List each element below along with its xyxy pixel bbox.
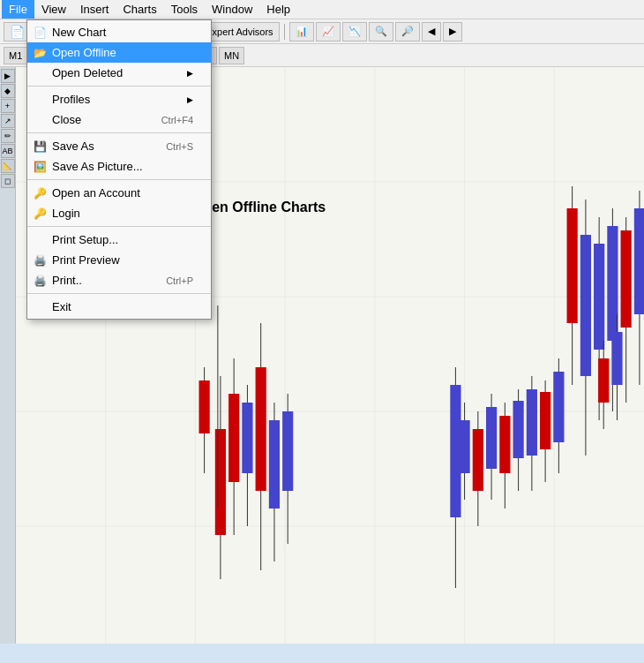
svg-rect-57 xyxy=(598,358,609,403)
menu-item-open-account[interactable]: 🔑 Open an Account xyxy=(27,183,211,203)
toolbar-nav-fwd[interactable]: ▶ xyxy=(443,22,462,41)
separator-b xyxy=(27,132,211,133)
open-account-icon: 🔑 xyxy=(33,186,47,200)
menu-item-print-setup[interactable]: Print Setup... xyxy=(27,230,211,250)
svg-rect-43 xyxy=(450,385,461,517)
toolbar-zoom-out[interactable]: 🔎 xyxy=(395,22,420,41)
svg-rect-20 xyxy=(269,420,280,509)
menu-file[interactable]: File xyxy=(2,0,34,19)
profiles-arrow: ▶ xyxy=(187,95,193,104)
toolbar-chart-1[interactable]: 📊 xyxy=(289,22,314,41)
svg-rect-33 xyxy=(499,416,510,473)
menu-insert[interactable]: Insert xyxy=(73,0,116,19)
close-shortcut: Ctrl+F4 xyxy=(161,115,193,125)
toolbar-chart-2[interactable]: 📈 xyxy=(316,22,341,41)
menu-item-new-chart[interactable]: 📄 New Chart xyxy=(27,22,211,42)
left-btn-1[interactable]: ▶ xyxy=(1,69,15,83)
print-preview-label: Print Preview xyxy=(52,253,120,267)
separator-a xyxy=(27,86,211,87)
print-shortcut: Ctrl+P xyxy=(166,275,193,286)
menu-tools[interactable]: Tools xyxy=(164,0,205,19)
new-chart-icon: 📄 xyxy=(10,25,25,39)
svg-rect-53 xyxy=(634,208,644,314)
tf-m1[interactable]: M1 xyxy=(4,47,27,64)
open-offline-icon: 📂 xyxy=(33,46,47,60)
open-deleted-label: Open Deleted xyxy=(52,66,123,79)
separator-3 xyxy=(284,24,285,40)
left-btn-4[interactable]: ↗ xyxy=(1,114,15,128)
save-as-picture-label: Save As Picture... xyxy=(52,160,143,173)
svg-rect-14 xyxy=(228,394,239,482)
new-chart-dd-icon: 📄 xyxy=(33,26,47,40)
left-btn-6[interactable]: AB xyxy=(1,144,15,158)
svg-rect-49 xyxy=(607,226,618,341)
svg-rect-59 xyxy=(611,332,622,385)
left-btn-3[interactable]: + xyxy=(1,99,15,113)
separator-d xyxy=(27,226,211,227)
svg-rect-16 xyxy=(242,403,252,473)
menu-item-save-as[interactable]: 💾 Save As Ctrl+S xyxy=(27,136,211,156)
save-as-label: Save As xyxy=(52,139,94,153)
svg-rect-45 xyxy=(580,235,591,376)
print-preview-icon: 🖨️ xyxy=(33,253,47,267)
print-setup-label: Print Setup... xyxy=(52,233,118,246)
exit-label: Exit xyxy=(52,300,71,313)
open-offline-label: Open Offline xyxy=(52,46,116,59)
svg-rect-24 xyxy=(198,380,209,433)
menu-window[interactable]: Window xyxy=(205,0,259,19)
toolbar-zoom-in[interactable]: 🔍 xyxy=(369,22,393,41)
svg-rect-18 xyxy=(256,367,266,491)
svg-rect-39 xyxy=(540,392,550,449)
left-toolbar: ▶ ◆ + ↗ ✏ AB 📐 ◻ xyxy=(0,67,16,644)
menu-item-save-as-picture[interactable]: 🖼️ Save As Picture... xyxy=(27,156,211,177)
close-label: Close xyxy=(52,113,81,126)
profiles-label: Profiles xyxy=(52,93,90,106)
separator-e xyxy=(27,293,211,294)
print-label: Print.. xyxy=(52,274,82,287)
save-as-shortcut: Ctrl+S xyxy=(166,141,193,152)
menu-bar: File View Insert Charts Tools Window Hel… xyxy=(0,0,644,19)
open-deleted-arrow: ▶ xyxy=(187,69,193,78)
ea-label: Expert Advisors xyxy=(206,26,273,37)
login-label: Login xyxy=(52,207,80,220)
tf-mn[interactable]: MN xyxy=(219,47,244,64)
svg-rect-29 xyxy=(473,429,483,491)
menu-help[interactable]: Help xyxy=(259,0,297,19)
menu-item-login[interactable]: 🔑 Login xyxy=(27,203,211,223)
menu-item-exit[interactable]: Exit xyxy=(27,297,211,317)
menu-item-open-offline[interactable]: 📂 Open Offline xyxy=(27,42,211,63)
print-icon: 🖨️ xyxy=(33,274,47,288)
save-as-icon: 💾 xyxy=(33,139,47,154)
svg-rect-22 xyxy=(282,411,293,491)
svg-rect-51 xyxy=(621,230,632,328)
toolbar-chart-3[interactable]: 📉 xyxy=(342,22,367,41)
open-deleted-icon xyxy=(33,66,47,80)
file-dropdown-menu: 📄 New Chart 📂 Open Offline Open Deleted … xyxy=(26,19,212,320)
left-btn-7[interactable]: 📐 xyxy=(1,159,15,173)
profiles-icon xyxy=(33,93,47,107)
login-icon: 🔑 xyxy=(33,207,47,221)
menu-item-close[interactable]: Close Ctrl+F4 xyxy=(27,109,211,130)
open-account-label: Open an Account xyxy=(52,186,140,200)
svg-rect-37 xyxy=(527,389,537,456)
menu-charts[interactable]: Charts xyxy=(116,0,163,19)
save-picture-icon: 🖼️ xyxy=(33,160,47,174)
left-btn-5[interactable]: ✏ xyxy=(1,129,15,143)
menu-item-print[interactable]: 🖨️ Print.. Ctrl+P xyxy=(27,270,211,290)
svg-rect-41 xyxy=(553,372,564,442)
svg-rect-35 xyxy=(513,401,523,458)
menu-item-profiles[interactable]: Profiles ▶ xyxy=(27,89,211,109)
menu-item-print-preview[interactable]: 🖨️ Print Preview xyxy=(27,250,211,270)
menu-item-open-deleted[interactable]: Open Deleted ▶ xyxy=(27,63,211,83)
exit-icon xyxy=(33,300,47,314)
svg-rect-55 xyxy=(567,208,578,323)
left-btn-2[interactable]: ◆ xyxy=(1,84,15,98)
svg-rect-47 xyxy=(594,244,604,350)
toolbar-nav-back[interactable]: ◀ xyxy=(422,22,441,41)
new-chart-dd-label: New Chart xyxy=(52,26,106,39)
svg-rect-31 xyxy=(486,407,497,469)
left-btn-8[interactable]: ◻ xyxy=(1,174,15,188)
menu-view[interactable]: View xyxy=(34,0,73,19)
close-dd-icon xyxy=(33,113,47,127)
svg-rect-12 xyxy=(215,429,226,535)
